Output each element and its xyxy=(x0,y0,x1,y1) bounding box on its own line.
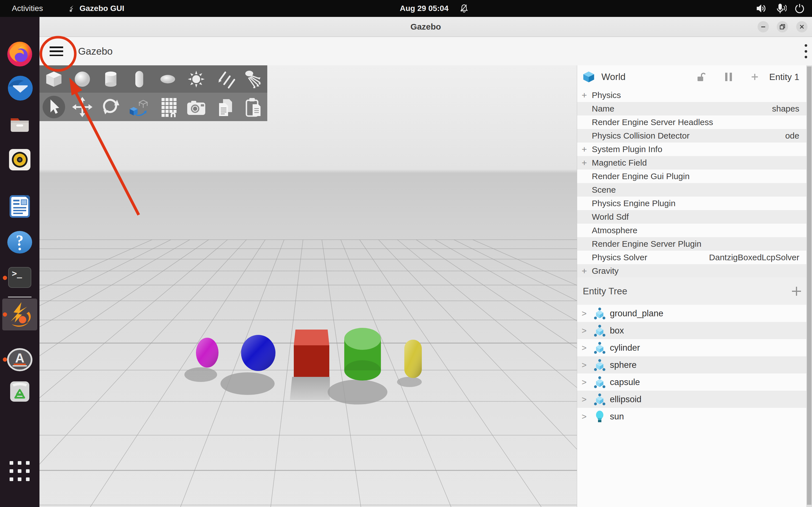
tree-expand-chevron[interactable]: > xyxy=(577,343,592,353)
tool-box[interactable] xyxy=(40,65,68,93)
tree-expand-chevron[interactable]: > xyxy=(577,360,592,370)
property-row[interactable]: Physics Collision Detector ode xyxy=(577,129,812,143)
dock-item-help[interactable]: ? xyxy=(6,228,34,256)
entity-tree-row[interactable]: > sphere xyxy=(577,356,812,374)
property-label: Render Engine Gui Plugin xyxy=(592,172,690,181)
shadow-cylinder xyxy=(327,380,388,404)
entity-icon xyxy=(592,376,608,389)
scene-object-capsule[interactable] xyxy=(404,340,422,378)
terminal-running-dot xyxy=(3,276,7,280)
scene-objects xyxy=(40,65,577,507)
minimize-button[interactable] xyxy=(758,21,769,33)
dock-item-files[interactable] xyxy=(6,110,34,138)
tool-paste[interactable] xyxy=(239,93,267,121)
kebab-menu-button[interactable] xyxy=(800,44,811,58)
property-row[interactable]: Name shapes xyxy=(577,102,812,115)
dock-item-rhythmbox[interactable] xyxy=(6,146,34,174)
tool-directional-light[interactable] xyxy=(210,65,239,93)
dock-item-gazebo[interactable] xyxy=(2,298,37,330)
close-button[interactable] xyxy=(796,21,808,33)
restore-button[interactable] xyxy=(777,21,788,33)
minimize-icon xyxy=(761,24,766,29)
entity-selector[interactable]: Entity 1 xyxy=(769,72,799,82)
scene-object-sphere[interactable] xyxy=(241,335,275,371)
focused-app-indicator[interactable]: Gazebo GUI xyxy=(67,0,124,17)
spot-light-icon xyxy=(242,68,264,91)
gazebo-app-icon xyxy=(67,4,75,13)
notifications-muted-icon xyxy=(459,3,469,15)
property-row[interactable]: Render Engine Server Plugin xyxy=(577,237,812,251)
property-row[interactable]: Render Engine Gui Plugin xyxy=(577,170,812,183)
property-row[interactable]: World Sdf xyxy=(577,210,812,224)
tool-sphere[interactable] xyxy=(68,65,96,93)
property-row[interactable]: Physics Engine Plugin xyxy=(577,196,812,210)
box-tool-icon xyxy=(44,69,64,89)
activities-button[interactable]: Activities xyxy=(12,0,43,17)
scene-object-box[interactable] xyxy=(294,330,329,377)
tool-select[interactable] xyxy=(40,93,68,121)
dock-item-trash[interactable] xyxy=(6,378,34,406)
tree-expand-chevron[interactable]: > xyxy=(577,378,592,387)
dock-item-thunderbird[interactable] xyxy=(6,74,34,102)
tool-grid[interactable] xyxy=(153,93,182,121)
property-label: Render Engine Server Plugin xyxy=(592,239,702,249)
thunderbird-icon xyxy=(6,74,34,102)
tool-spot-light[interactable] xyxy=(239,65,267,93)
tool-rotate[interactable] xyxy=(96,93,125,121)
scene-object-cylinder[interactable] xyxy=(344,328,381,381)
property-row[interactable]: + Magnetic Field xyxy=(577,156,812,170)
tool-snap[interactable] xyxy=(125,93,153,121)
entity-tree-add-icon[interactable] xyxy=(791,286,802,297)
entity-label: cylinder xyxy=(610,343,640,353)
dock-item-firefox[interactable] xyxy=(6,40,34,68)
lock-open-icon[interactable] xyxy=(696,71,706,82)
tool-capsule[interactable] xyxy=(125,65,153,93)
property-row[interactable]: Render Engine Server Headless xyxy=(577,115,812,129)
tool-cylinder[interactable] xyxy=(96,65,125,93)
add-entity-icon[interactable] xyxy=(751,73,758,80)
show-applications-button[interactable] xyxy=(10,461,30,482)
dock-item-libreoffice-writer[interactable] xyxy=(6,192,34,221)
expand-icon[interactable]: + xyxy=(577,90,592,101)
tool-ellipsoid[interactable] xyxy=(153,65,182,93)
entity-tree-row[interactable]: > sun xyxy=(577,408,812,425)
property-row[interactable]: + Physics xyxy=(577,89,812,102)
entity-tree-row[interactable]: > ground_pl xyxy=(577,305,812,322)
clock[interactable]: Aug 29 05:04 xyxy=(400,0,449,17)
scene-object-ellipsoid[interactable] xyxy=(196,338,218,368)
property-row[interactable]: Atmosphere xyxy=(577,224,812,237)
tool-copy[interactable] xyxy=(210,93,239,121)
tree-expand-chevron[interactable]: > xyxy=(577,309,592,318)
pause-icon[interactable] xyxy=(725,72,732,82)
window-titlebar[interactable]: Gazebo xyxy=(40,17,812,37)
dock-item-a-app[interactable]: A xyxy=(6,346,34,374)
camera-icon xyxy=(185,95,208,119)
panel-scrollbar[interactable] xyxy=(806,65,812,507)
expand-icon[interactable]: + xyxy=(577,144,592,155)
help-icon: ? xyxy=(6,228,34,256)
world-panel-title: World xyxy=(601,71,626,82)
entity-tree-row[interactable]: > capsule xyxy=(577,374,812,391)
property-row[interactable]: + Gravity xyxy=(577,264,812,278)
tool-point-light[interactable] xyxy=(182,65,210,93)
entity-tree-row[interactable]: > box xyxy=(577,322,812,339)
expand-icon[interactable]: + xyxy=(577,266,592,276)
entity-tree-row[interactable]: > ellipsoid xyxy=(577,391,812,408)
dock-item-terminal[interactable]: >_ xyxy=(6,264,34,292)
files-icon xyxy=(6,110,34,138)
tool-translate[interactable] xyxy=(68,93,96,121)
viewport-3d[interactable]: < 0.00 % xyxy=(40,65,577,507)
property-row[interactable]: Scene xyxy=(577,183,812,196)
expand-icon[interactable]: + xyxy=(577,158,592,168)
tree-expand-chevron[interactable]: > xyxy=(577,326,592,335)
property-row[interactable]: + System Plugin Info xyxy=(577,143,812,156)
tool-screenshot[interactable] xyxy=(182,93,210,121)
tree-expand-chevron[interactable]: > xyxy=(577,395,592,404)
system-status-area[interactable] xyxy=(756,0,808,17)
tree-expand-chevron[interactable]: > xyxy=(577,412,592,421)
entity-tree-row[interactable]: > cylinder xyxy=(577,339,812,356)
window-title: Gazebo xyxy=(40,17,812,37)
hamburger-menu-button[interactable] xyxy=(50,47,63,56)
scrollbar-thumb[interactable] xyxy=(807,66,811,505)
property-row[interactable]: Physics Solver DantzigBoxedLcpSolver xyxy=(577,251,812,264)
